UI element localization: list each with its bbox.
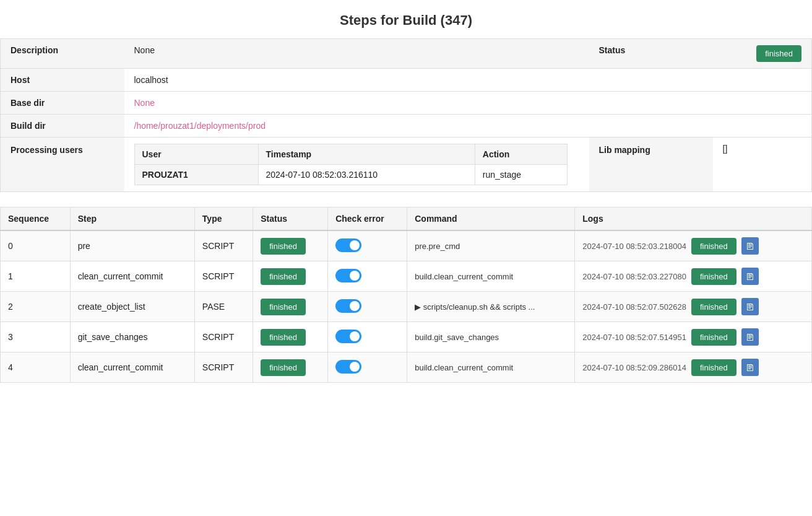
user-row: PROUZAT1 2024-07-10 08:52:03.216110 run_… (134, 165, 567, 185)
step-status-badge[interactable]: finished (261, 359, 306, 376)
steps-table: Sequence Step Type Status Check error Co… (0, 207, 812, 383)
col-type: Type (194, 208, 253, 231)
col-logs: Logs (575, 208, 812, 231)
steps-section: Sequence Step Type Status Check error Co… (0, 207, 812, 383)
toggle-switch[interactable] (335, 238, 361, 252)
col-step: Step (70, 208, 194, 231)
step-sequence: 1 (1, 261, 71, 292)
basedir-label: Base dir (1, 92, 124, 115)
step-check-error (328, 292, 407, 322)
step-logs: 2024-07-10 08:52:03.218004 finished 🖹 (575, 230, 812, 261)
table-row: 0preSCRIPTfinished pre.pre_cmd 2024-07-1… (1, 230, 812, 261)
step-check-error (328, 261, 407, 292)
step-type: SCRIPT (194, 322, 253, 352)
step-type: SCRIPT (194, 352, 253, 383)
host-value: localhost (124, 69, 812, 92)
doc-icon[interactable]: 🖹 (741, 237, 759, 255)
step-status: finished (253, 322, 328, 352)
processing-table-cell: User Timestamp Action PROUZAT1 2024-07-1… (124, 138, 589, 192)
step-status-badge[interactable]: finished (261, 299, 306, 315)
steps-header-row: Sequence Step Type Status Check error Co… (1, 208, 812, 231)
builddir-label: Build dir (1, 115, 124, 138)
step-sequence: 3 (1, 322, 71, 352)
log-timestamp: 2024-07-10 08:52:03.218004 (582, 242, 686, 251)
status-cell: finished (713, 39, 812, 69)
step-type: SCRIPT (194, 261, 253, 292)
step-command: build.clean_current_commit (407, 352, 575, 383)
info-table: Description None Status finished Host lo… (0, 38, 812, 192)
step-status: finished (253, 292, 328, 322)
step-name: clean_current_commit (70, 352, 194, 383)
log-timestamp: 2024-07-10 08:52:07.502628 (582, 302, 686, 312)
table-row: 2create_object_listPASEfinished ▶ script… (1, 292, 812, 322)
toggle-switch[interactable] (335, 360, 361, 374)
col-timestamp: Timestamp (258, 144, 475, 165)
user-action: run_stage (475, 165, 567, 185)
step-name: create_object_list (70, 292, 194, 322)
table-row: 3git_save_changesSCRIPTfinished build.gi… (1, 322, 812, 352)
doc-icon[interactable]: 🖹 (741, 359, 759, 376)
description-value: None (124, 39, 589, 69)
lib-mapping-value: [] (713, 138, 812, 192)
step-status: finished (253, 230, 328, 261)
col-check-error: Check error (328, 208, 407, 231)
step-command: build.git_save_changes (407, 322, 575, 352)
processing-label: Processing users (1, 138, 124, 192)
step-command: pre.pre_cmd (407, 230, 575, 261)
table-row: 4clean_current_commitSCRIPTfinished buil… (1, 352, 812, 383)
doc-icon[interactable]: 🖹 (741, 298, 759, 315)
status-badge[interactable]: finished (756, 45, 801, 62)
step-command: build.clean_current_commit (407, 261, 575, 292)
col-user: User (134, 144, 258, 165)
step-check-error (328, 322, 407, 352)
step-type: PASE (194, 292, 253, 322)
step-command: ▶ scripts/cleanup.sh && scripts ... (407, 292, 575, 322)
host-label: Host (1, 69, 124, 92)
col-command: Command (407, 208, 575, 231)
user-timestamp: 2024-07-10 08:52:03.216110 (258, 165, 475, 185)
step-name: git_save_changes (70, 322, 194, 352)
log-timestamp: 2024-07-10 08:52:03.227080 (582, 272, 686, 281)
step-check-error (328, 352, 407, 383)
step-status: finished (253, 352, 328, 383)
step-sequence: 2 (1, 292, 71, 322)
status-label: Status (589, 39, 713, 69)
log-status-badge[interactable]: finished (691, 359, 736, 376)
log-timestamp: 2024-07-10 08:52:07.514951 (582, 333, 686, 342)
log-status-badge[interactable]: finished (691, 268, 736, 285)
page-title: Steps for Build (347) (0, 0, 812, 38)
col-action: Action (475, 144, 567, 165)
step-status-badge[interactable]: finished (261, 238, 306, 255)
step-check-error (328, 230, 407, 261)
step-sequence: 4 (1, 352, 71, 383)
step-type: SCRIPT (194, 230, 253, 261)
step-logs: 2024-07-10 08:52:09.286014 finished 🖹 (575, 352, 812, 383)
step-name: pre (70, 230, 194, 261)
log-timestamp: 2024-07-10 08:52:09.286014 (582, 363, 686, 372)
step-logs: 2024-07-10 08:52:07.502628 finished 🖹 (575, 292, 812, 322)
step-name: clean_current_commit (70, 261, 194, 292)
step-logs: 2024-07-10 08:52:03.227080 finished 🖹 (575, 261, 812, 292)
toggle-switch[interactable] (335, 269, 361, 282)
toggle-switch[interactable] (335, 330, 361, 343)
log-status-badge[interactable]: finished (691, 329, 736, 346)
table-row: 1clean_current_commitSCRIPTfinished buil… (1, 261, 812, 292)
step-status: finished (253, 261, 328, 292)
col-sequence: Sequence (1, 208, 71, 231)
doc-icon[interactable]: 🖹 (741, 328, 759, 346)
user-name: PROUZAT1 (134, 165, 258, 185)
step-sequence: 0 (1, 230, 71, 261)
log-status-badge[interactable]: finished (691, 238, 736, 255)
builddir-value: /home/prouzat1/deployments/prod (124, 115, 812, 138)
step-status-badge[interactable]: finished (261, 268, 306, 285)
toggle-switch[interactable] (335, 299, 361, 313)
col-status: Status (253, 208, 328, 231)
doc-icon[interactable]: 🖹 (741, 268, 759, 285)
lib-mapping-label: Lib mapping (589, 138, 713, 192)
basedir-value: None (124, 92, 812, 115)
processing-users-table: User Timestamp Action PROUZAT1 2024-07-1… (134, 144, 568, 185)
step-status-badge[interactable]: finished (261, 329, 306, 346)
description-label: Description (1, 39, 124, 69)
step-logs: 2024-07-10 08:52:07.514951 finished 🖹 (575, 322, 812, 352)
log-status-badge[interactable]: finished (691, 299, 736, 315)
